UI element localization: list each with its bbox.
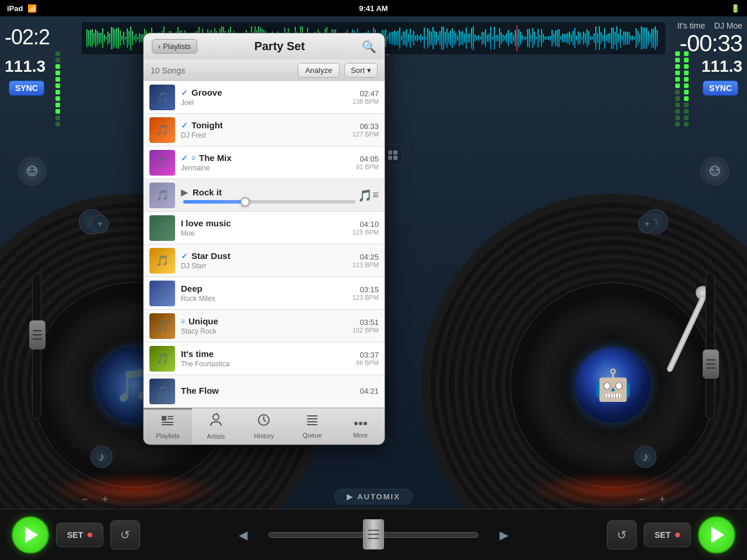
right-vu-meter-2 bbox=[684, 51, 689, 127]
song-row[interactable]: 🎵 ▶ Rock it 🎵 ≡ bbox=[144, 179, 385, 212]
left-headphone-button[interactable]: ♪ bbox=[90, 446, 113, 468]
song-name: I love music bbox=[181, 218, 352, 228]
left-loop-button[interactable]: ↺ bbox=[110, 520, 140, 550]
song-meta: 04:05 91 BPM bbox=[356, 155, 379, 170]
song-thumbnail: 🎵 bbox=[149, 313, 175, 339]
song-artist: Rock Miles bbox=[181, 295, 352, 303]
left-fader-knob[interactable] bbox=[29, 320, 46, 349]
vu-dot bbox=[675, 77, 680, 82]
song-row[interactable]: 🎵 Deep Rock Miles 03:15 123 BPM bbox=[144, 277, 385, 310]
vu-dot bbox=[684, 103, 689, 107]
crossfader-grip bbox=[368, 530, 379, 539]
song-meta: 04:10 128 BPM bbox=[352, 220, 379, 236]
vu-dot bbox=[675, 109, 680, 114]
queue-icon bbox=[306, 414, 319, 429]
tab-artists[interactable]: Artists bbox=[192, 408, 240, 444]
right-bpm: 111.3 bbox=[701, 57, 742, 76]
right-minus-button[interactable]: − bbox=[638, 494, 645, 506]
song-row[interactable]: 🎵 ≡Unique Stacy Rock 03:51 102 BPM bbox=[144, 310, 385, 342]
left-sync-button[interactable]: SYNC bbox=[9, 80, 44, 96]
right-sync-button[interactable]: SYNC bbox=[703, 80, 738, 96]
song-time: 04:25 bbox=[352, 253, 379, 261]
left-plus-button[interactable]: + bbox=[102, 494, 109, 506]
mini-play-icon[interactable]: ▶ bbox=[181, 187, 188, 198]
song-thumbnail: 🎵 bbox=[149, 281, 175, 306]
song-row[interactable]: 🎵 I love music Moe 04:10 128 BPM bbox=[144, 212, 385, 244]
vu-dot bbox=[55, 64, 60, 69]
vu-dot bbox=[55, 77, 60, 82]
right-tonearm bbox=[659, 280, 729, 397]
song-row[interactable]: 🎵 ✓≡The Mix Jermaine 04:05 91 BPM bbox=[144, 146, 385, 179]
song-row[interactable]: 🎵 ✓Groove Joel 02:47 138 BPM bbox=[144, 81, 385, 114]
right-set-button[interactable]: SET bbox=[644, 523, 691, 547]
vu-dot bbox=[684, 83, 689, 88]
vu-dot bbox=[55, 103, 60, 107]
svg-rect-9 bbox=[393, 156, 397, 160]
tab-more[interactable]: More bbox=[336, 408, 385, 444]
grid-view-button[interactable] bbox=[382, 145, 403, 166]
song-options-button[interactable]: ≡ bbox=[372, 189, 379, 201]
tab-playlists[interactable]: Playlists bbox=[144, 408, 192, 444]
song-row[interactable]: 🎵 The Flow 04:21 bbox=[144, 375, 385, 408]
song-meta: 04:21 bbox=[359, 387, 379, 396]
svg-point-3 bbox=[710, 166, 720, 176]
left-time-display: -02:2 bbox=[5, 25, 50, 50]
right-waveform bbox=[338, 22, 665, 54]
left-play-button[interactable] bbox=[12, 516, 49, 554]
song-artist: DJ Fred bbox=[181, 131, 352, 139]
crossfader[interactable] bbox=[268, 532, 479, 538]
back-to-playlists-button[interactable]: ‹ Playlists bbox=[152, 39, 197, 54]
song-name: Deep bbox=[181, 284, 352, 293]
vu-dot bbox=[675, 96, 680, 101]
playlist-panel: ‹ Playlists Party Set 🔍 10 Songs Analyze… bbox=[143, 33, 385, 445]
left-knob-button[interactable] bbox=[18, 156, 47, 186]
left-fader-track[interactable] bbox=[32, 273, 41, 419]
tab-queue[interactable]: Queue bbox=[288, 408, 337, 444]
sort-button[interactable]: Sort ▾ bbox=[344, 63, 378, 78]
svg-point-5 bbox=[716, 169, 718, 171]
song-bpm: 138 BPM bbox=[352, 98, 379, 105]
vu-dot bbox=[675, 71, 680, 75]
vu-dot bbox=[55, 109, 60, 114]
left-bpm: 111.3 bbox=[5, 57, 46, 76]
right-loop-button[interactable]: ↺ bbox=[607, 520, 637, 550]
svg-rect-14 bbox=[162, 424, 173, 425]
right-fader-track[interactable] bbox=[706, 273, 715, 419]
panel-subheader: 10 Songs Analyze Sort ▾ bbox=[144, 60, 385, 81]
song-row[interactable]: 🎵 ✓Tonight DJ Fred 06:33 127 BPM bbox=[144, 114, 385, 146]
vu-dot bbox=[675, 103, 680, 107]
right-headphone-button[interactable]: ♪ bbox=[634, 446, 657, 468]
progress-handle[interactable] bbox=[240, 197, 250, 206]
song-info: I love music Moe bbox=[181, 218, 352, 237]
right-play-button[interactable] bbox=[698, 516, 735, 554]
svg-point-2 bbox=[33, 169, 36, 171]
song-name: ✓Groove bbox=[181, 88, 352, 97]
left-minus-button[interactable]: − bbox=[82, 494, 88, 506]
right-turntable[interactable]: 🤖 bbox=[490, 262, 735, 508]
right-knob-button[interactable] bbox=[700, 156, 729, 186]
automix-button[interactable]: ▶ AUTOMIX bbox=[334, 489, 413, 505]
tab-history[interactable]: History bbox=[240, 408, 288, 444]
right-crossfade-arrow[interactable]: ▶ bbox=[500, 528, 508, 542]
song-row[interactable]: 🎵 ✓Star Dust DJ Starr 04:25 113 BPM bbox=[144, 244, 385, 277]
right-plus-button[interactable]: + bbox=[659, 494, 665, 506]
song-time: 03:51 bbox=[352, 318, 379, 327]
vu-dot bbox=[675, 116, 680, 120]
crossfader-area: ◀ ▶ bbox=[140, 528, 607, 542]
left-crossfade-arrow[interactable]: ◀ bbox=[239, 528, 247, 542]
analyze-button[interactable]: Analyze bbox=[298, 63, 340, 78]
left-add-button[interactable]: + bbox=[90, 215, 109, 233]
add-to-deck-button[interactable]: 🎵 bbox=[358, 188, 372, 202]
song-row[interactable]: 🎵 It's time The Fourtastica 03:37 86 BPM bbox=[144, 342, 385, 375]
song-artist: Stacy Rock bbox=[181, 327, 352, 335]
history-icon bbox=[257, 414, 270, 430]
right-fader-knob[interactable] bbox=[703, 349, 719, 379]
search-button[interactable]: 🔍 bbox=[362, 40, 376, 54]
left-set-button[interactable]: SET bbox=[56, 523, 103, 547]
song-info: ✓Groove Joel bbox=[181, 88, 352, 107]
svg-point-25 bbox=[359, 422, 362, 425]
svg-rect-23 bbox=[307, 424, 317, 425]
progress-track[interactable] bbox=[183, 200, 355, 204]
crossfader-knob[interactable] bbox=[363, 519, 384, 550]
right-add-button[interactable]: + bbox=[638, 215, 657, 233]
